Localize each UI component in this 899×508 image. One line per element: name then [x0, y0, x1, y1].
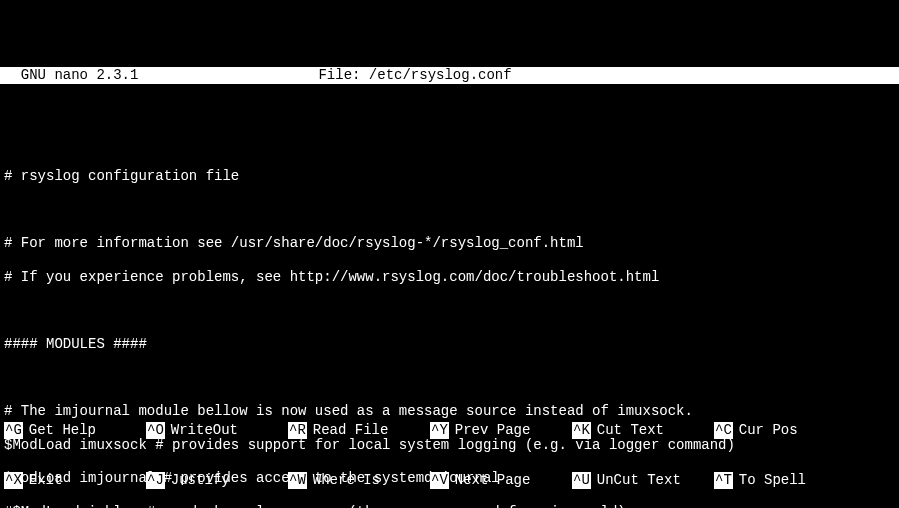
- text-line: [4, 202, 895, 219]
- help-item-uncut-text[interactable]: ^UUnCut Text: [572, 472, 714, 489]
- help-item-justify[interactable]: ^JJustify: [146, 472, 288, 489]
- shortcut-label: Get Help: [29, 422, 96, 439]
- shortcut-key: ^U: [572, 472, 591, 489]
- shortcut-key: ^R: [288, 422, 307, 439]
- shortcut-label: Cut Text: [597, 422, 664, 439]
- help-item-to-spell[interactable]: ^TTo Spell: [714, 472, 856, 489]
- shortcut-key: ^J: [146, 472, 165, 489]
- text-line: # For more information see /usr/share/do…: [4, 235, 895, 252]
- help-item-writeout[interactable]: ^OWriteOut: [146, 422, 288, 439]
- shortcut-label: Next Page: [455, 472, 531, 489]
- shortcut-label: Exit: [29, 472, 63, 489]
- shortcut-label: To Spell: [739, 472, 806, 489]
- text-line: # rsyslog configuration file: [4, 168, 895, 185]
- shortcut-label: Where Is: [313, 472, 380, 489]
- shortcut-key: ^K: [572, 422, 591, 439]
- shortcut-label: Read File: [313, 422, 389, 439]
- text-line: # If you experience problems, see http:/…: [4, 269, 895, 286]
- shortcut-key: ^W: [288, 472, 307, 489]
- text-line: [4, 302, 895, 319]
- help-bar: ^GGet Help ^OWriteOut ^RRead File ^YPrev…: [4, 388, 895, 506]
- help-item-cut-text[interactable]: ^KCut Text: [572, 422, 714, 439]
- text-line: [4, 370, 895, 387]
- text-line: #### MODULES ####: [4, 336, 895, 353]
- shortcut-label: Cur Pos: [739, 422, 798, 439]
- help-item-exit[interactable]: ^XExit: [4, 472, 146, 489]
- titlebar: GNU nano 2.3.1 File: /etc/rsyslog.conf: [0, 67, 899, 84]
- shortcut-key: ^T: [714, 472, 733, 489]
- file-name: /etc/rsyslog.conf: [369, 67, 512, 84]
- help-item-read-file[interactable]: ^RRead File: [288, 422, 430, 439]
- help-item-where-is[interactable]: ^WWhere Is: [288, 472, 430, 489]
- shortcut-key: ^Y: [430, 422, 449, 439]
- shortcut-key: ^O: [146, 422, 165, 439]
- help-item-get-help[interactable]: ^GGet Help: [4, 422, 146, 439]
- shortcut-label: UnCut Text: [597, 472, 681, 489]
- shortcut-label: Prev Page: [455, 422, 531, 439]
- shortcut-key: ^V: [430, 472, 449, 489]
- shortcut-key: ^G: [4, 422, 23, 439]
- app-name: GNU nano 2.3.1: [4, 67, 138, 84]
- text-line: [4, 134, 895, 151]
- shortcut-key: ^C: [714, 422, 733, 439]
- help-item-prev-page[interactable]: ^YPrev Page: [430, 422, 572, 439]
- help-row-2: ^XExit ^JJustify ^WWhere Is ^VNext Page …: [4, 472, 895, 489]
- file-label: File:: [318, 67, 368, 84]
- shortcut-key: ^X: [4, 472, 23, 489]
- help-item-cur-pos[interactable]: ^CCur Pos: [714, 422, 856, 439]
- help-item-next-page[interactable]: ^VNext Page: [430, 472, 572, 489]
- shortcut-label: Justify: [171, 472, 230, 489]
- shortcut-label: WriteOut: [171, 422, 238, 439]
- help-row-1: ^GGet Help ^OWriteOut ^RRead File ^YPrev…: [4, 422, 895, 439]
